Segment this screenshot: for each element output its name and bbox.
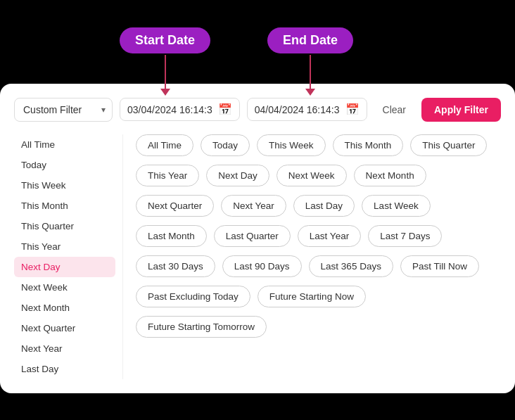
content-area: All TimeTodayThis WeekThis MonthThis Qua…: [14, 134, 501, 379]
sidebar-item[interactable]: All Time: [14, 134, 115, 155]
sidebar-item[interactable]: This Month: [14, 196, 115, 216]
filter-bar: Custom Filter Preset Filter ▾ 📅 📅 Clear …: [14, 98, 501, 122]
start-date-arrow: [165, 55, 166, 90]
pill-button[interactable]: Next Month: [354, 165, 426, 186]
pill-button[interactable]: Past Excluding Today: [136, 286, 250, 307]
end-date-arrow: [310, 55, 311, 90]
sidebar-item[interactable]: This Quarter: [14, 216, 115, 236]
sidebar-item[interactable]: Next Month: [14, 298, 115, 318]
pill-button[interactable]: This Quarter: [410, 134, 487, 156]
sidebar-item[interactable]: Next Year: [14, 338, 115, 359]
start-date-label: Start Date: [120, 27, 210, 53]
outer-wrapper: Start Date End Date Custom Filter Preset…: [0, 27, 515, 393]
pill-button[interactable]: Last Week: [362, 195, 431, 217]
pill-button[interactable]: Last 7 Days: [368, 225, 442, 247]
sidebar-item[interactable]: Last Day: [14, 359, 115, 379]
start-date-calendar-icon[interactable]: 📅: [218, 103, 232, 116]
pill-button[interactable]: Past Till Now: [400, 255, 479, 277]
end-date-input[interactable]: [255, 104, 340, 115]
start-date-input[interactable]: [127, 104, 212, 115]
filter-select-wrapper: Custom Filter Preset Filter ▾: [14, 98, 113, 122]
pills-row: This YearNext DayNext WeekNext Month: [136, 165, 501, 186]
pill-button[interactable]: Future Starting Now: [258, 286, 366, 307]
pill-button[interactable]: Last Year: [298, 225, 361, 247]
pills-row: All TimeTodayThis WeekThis MonthThis Qua…: [136, 134, 501, 156]
pill-button[interactable]: Future Starting Tomorrow: [136, 316, 267, 338]
end-date-calendar-icon[interactable]: 📅: [345, 103, 360, 116]
pill-button[interactable]: Last 365 Days: [309, 255, 393, 277]
pill-button[interactable]: Next Quarter: [136, 195, 214, 217]
pill-button[interactable]: This Week: [257, 134, 326, 156]
sidebar-item[interactable]: Next Week: [14, 277, 115, 298]
end-date-label: End Date: [267, 27, 353, 53]
pill-button[interactable]: Today: [201, 134, 250, 156]
start-date-annotation: Start Date: [120, 27, 210, 90]
filter-select[interactable]: Custom Filter Preset Filter: [14, 98, 113, 122]
pill-button[interactable]: This Month: [333, 134, 404, 156]
sidebar-item[interactable]: This Week: [14, 175, 115, 196]
pills-row: Past Excluding TodayFuture Starting Now: [136, 286, 501, 307]
pills-row: Next QuarterNext YearLast DayLast Week: [136, 195, 501, 217]
sidebar: All TimeTodayThis WeekThis MonthThis Qua…: [14, 134, 123, 379]
sidebar-item[interactable]: This Year: [14, 236, 115, 257]
pill-button[interactable]: Next Day: [206, 165, 269, 186]
main-card: Custom Filter Preset Filter ▾ 📅 📅 Clear …: [0, 84, 515, 393]
end-date-input-wrapper: 📅: [247, 98, 367, 121]
pills-row: Last 30 DaysLast 90 DaysLast 365 DaysPas…: [136, 255, 501, 277]
pills-row: Future Starting Tomorrow: [136, 316, 501, 338]
pill-button[interactable]: Last 90 Days: [222, 255, 302, 277]
pill-button[interactable]: Next Week: [276, 165, 347, 186]
sidebar-item[interactable]: Today: [14, 155, 115, 175]
pill-button[interactable]: Next Year: [221, 195, 286, 217]
start-date-input-wrapper: 📅: [120, 98, 240, 121]
pill-button[interactable]: Last 30 Days: [136, 255, 215, 277]
end-date-annotation: End Date: [267, 27, 353, 90]
sidebar-item[interactable]: Next Quarter: [14, 318, 115, 338]
pill-button[interactable]: Last Day: [293, 195, 355, 217]
pills-row: Last MonthLast QuarterLast YearLast 7 Da…: [136, 225, 501, 247]
pill-button[interactable]: This Year: [136, 165, 199, 186]
pill-button[interactable]: Last Quarter: [214, 225, 291, 247]
pill-button[interactable]: Last Month: [136, 225, 207, 247]
clear-button[interactable]: Clear: [374, 98, 414, 121]
pills-area: All TimeTodayThis WeekThis MonthThis Qua…: [123, 134, 501, 379]
apply-filter-button[interactable]: Apply Filter: [421, 98, 501, 122]
sidebar-item[interactable]: Next Day: [14, 257, 115, 277]
pill-button[interactable]: All Time: [136, 134, 193, 156]
